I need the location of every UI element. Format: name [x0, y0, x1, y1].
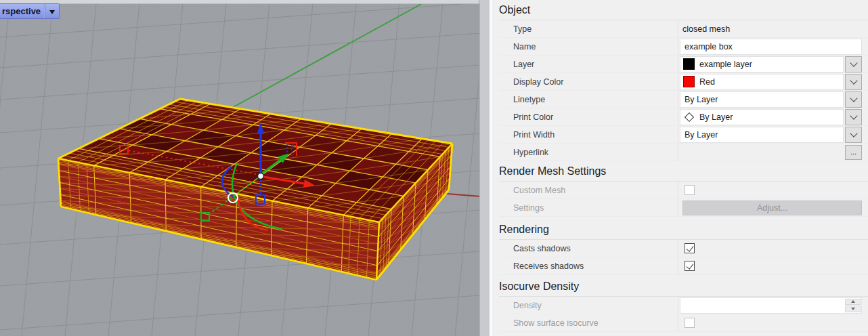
print-width-combo[interactable]: By Layer: [680, 127, 862, 143]
density-spinner[interactable]: [680, 297, 862, 314]
row-layer: Layer example layer: [499, 56, 868, 73]
section-header-object: Object: [492, 0, 868, 20]
viewport-top-strip: [0, 0, 490, 4]
print-color-dropdown-button[interactable]: [845, 109, 862, 125]
row-print-width: Print Width By Layer: [499, 126, 868, 144]
layer-value: example layer: [699, 60, 752, 69]
layer-color-swatch: [683, 58, 695, 70]
print-color-field[interactable]: By Layer: [680, 109, 844, 125]
adjust-button[interactable]: Adjust...: [682, 201, 862, 215]
density-label: Density: [499, 301, 678, 310]
gumball-origin[interactable]: [258, 173, 264, 180]
display-color-swatch: [683, 76, 695, 87]
row-hyperlink: Hyperlink ...: [499, 144, 868, 161]
section-header-rendering: Rendering: [492, 219, 868, 239]
properties-panel: Object Type closed mesh Name Layer examp…: [490, 0, 868, 336]
layer-dropdown-button[interactable]: [845, 56, 862, 72]
linetype-combo[interactable]: By Layer: [680, 91, 862, 108]
linetype-dropdown-button[interactable]: [845, 91, 862, 108]
casts-shadows-label: Casts shadows: [499, 244, 678, 253]
display-color-field[interactable]: Red: [680, 74, 844, 90]
type-value: closed mesh: [682, 24, 730, 34]
name-input[interactable]: [680, 39, 862, 55]
viewport-canvas[interactable]: [0, 0, 490, 336]
viewport-tab[interactable]: rspective: [0, 3, 60, 19]
linetype-value: By Layer: [685, 95, 718, 104]
row-casts-shadows: Casts shadows: [499, 240, 868, 257]
chevron-down-icon: [850, 129, 857, 137]
row-name: Name: [499, 38, 868, 56]
hyperlink-label: Hyperlink: [499, 148, 678, 157]
settings-label: Settings: [499, 203, 678, 213]
row-type: Type closed mesh: [499, 20, 868, 38]
show-surface-isocurve-checkbox[interactable]: [685, 318, 695, 328]
print-color-label: Print Color: [499, 112, 678, 122]
row-show-surface-isocurve: Show surface isocurve: [499, 314, 868, 332]
print-width-label: Print Width: [499, 130, 678, 140]
section-header-render-mesh: Render Mesh Settings: [492, 161, 868, 181]
row-custom-mesh: Custom Mesh: [499, 182, 868, 199]
row-settings: Settings Adjust...: [499, 199, 868, 217]
viewport-tab-separator: [44, 4, 45, 18]
print-color-combo[interactable]: By Layer: [680, 109, 862, 125]
linetype-label: Linetype: [499, 95, 678, 104]
type-label: Type: [499, 24, 678, 34]
linetype-field[interactable]: By Layer: [680, 91, 844, 108]
row-print-color: Print Color By Layer: [499, 108, 868, 126]
panel-splitter[interactable]: [480, 0, 490, 336]
display-color-value: Red: [699, 77, 715, 87]
display-color-dropdown-button[interactable]: [845, 74, 862, 90]
diamond-icon: [685, 112, 694, 121]
print-width-field[interactable]: By Layer: [680, 127, 844, 143]
viewport-tab-dropdown-icon[interactable]: [49, 10, 55, 17]
chevron-down-icon: [850, 112, 857, 119]
layer-field[interactable]: example layer: [680, 56, 844, 72]
custom-mesh-checkbox[interactable]: [685, 185, 695, 195]
section-header-isocurve: Isocurve Density: [492, 276, 868, 296]
casts-shadows-checkbox[interactable]: [685, 243, 695, 253]
row-display-color: Display Color Red: [499, 73, 868, 91]
chevron-down-icon: [850, 59, 857, 66]
show-surface-isocurve-label: Show surface isocurve: [499, 318, 678, 328]
display-color-combo[interactable]: Red: [680, 74, 862, 90]
row-linetype: Linetype By Layer: [499, 91, 868, 108]
display-color-label: Display Color: [499, 77, 678, 87]
spin-down-button[interactable]: [845, 306, 861, 312]
spin-up-button[interactable]: [845, 299, 861, 306]
print-width-value: By Layer: [685, 130, 718, 140]
arrow-up-icon: [851, 298, 855, 303]
app-window: rspective Object Type closed mesh Name L…: [0, 0, 868, 336]
print-width-dropdown-button[interactable]: [845, 127, 862, 143]
row-density: Density: [499, 297, 868, 314]
chevron-down-icon: [850, 77, 857, 84]
row-receives-shadows: Receives shadows: [499, 257, 868, 275]
arrow-down-icon: [851, 308, 855, 312]
layer-label: Layer: [499, 60, 678, 69]
layer-combo[interactable]: example layer: [680, 56, 862, 72]
print-color-value: By Layer: [699, 112, 733, 122]
viewport[interactable]: rspective: [0, 0, 490, 336]
chevron-down-icon: [850, 94, 857, 102]
viewport-tab-label[interactable]: rspective: [0, 6, 44, 17]
hyperlink-browse-button[interactable]: ...: [845, 145, 862, 160]
receives-shadows-checkbox[interactable]: [685, 261, 695, 271]
receives-shadows-label: Receives shadows: [499, 261, 678, 271]
custom-mesh-label: Custom Mesh: [499, 186, 678, 195]
name-label: Name: [499, 42, 678, 51]
